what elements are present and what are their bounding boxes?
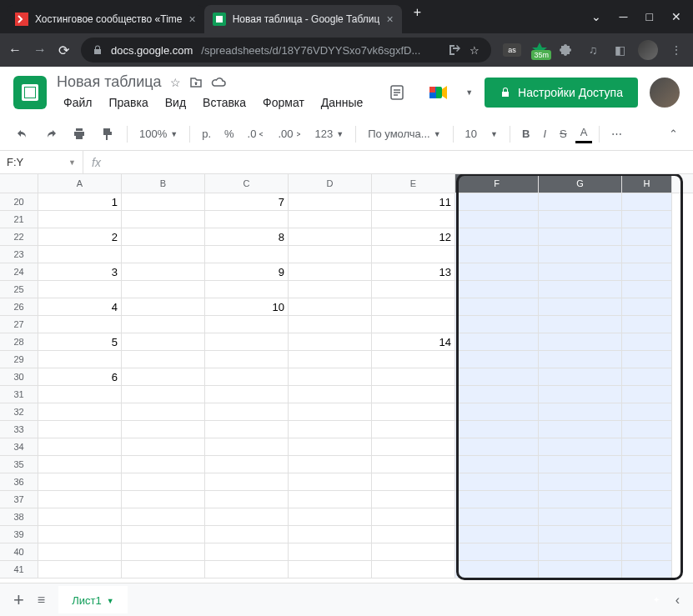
cell[interactable]: [205, 526, 289, 543]
cell[interactable]: [289, 543, 372, 561]
sheet-tab-dropdown-icon[interactable]: ▼: [107, 597, 114, 605]
cell[interactable]: [205, 316, 289, 333]
cell[interactable]: [38, 281, 122, 298]
chevron-down-icon[interactable]: ⌄: [591, 10, 601, 23]
forward-button[interactable]: →: [33, 43, 47, 58]
cell[interactable]: 1: [38, 193, 122, 211]
cell[interactable]: [622, 316, 672, 333]
cell[interactable]: [372, 298, 455, 316]
row-header[interactable]: 20: [0, 193, 38, 211]
cell[interactable]: 7: [205, 193, 289, 211]
cell[interactable]: [122, 403, 205, 421]
maximize-icon[interactable]: □: [646, 10, 653, 23]
cell[interactable]: [289, 508, 372, 526]
row-header[interactable]: 36: [0, 473, 38, 491]
cell[interactable]: [38, 543, 122, 561]
row-header[interactable]: 25: [0, 281, 38, 298]
cell[interactable]: [289, 526, 372, 543]
cell[interactable]: [372, 508, 455, 526]
cell[interactable]: [38, 316, 122, 333]
cell[interactable]: [122, 228, 205, 246]
share-button[interactable]: Настройки Доступа: [485, 78, 638, 108]
cell[interactable]: [372, 561, 455, 578]
cell[interactable]: [372, 316, 455, 333]
spreadsheet-grid[interactable]: ABCDEFGH 2017112122281223243913252641027…: [0, 174, 693, 608]
cell[interactable]: [205, 421, 289, 438]
cell[interactable]: [622, 351, 672, 368]
cell[interactable]: [289, 228, 372, 246]
cell[interactable]: [455, 368, 539, 386]
menu-view[interactable]: Вид: [158, 94, 193, 111]
cell[interactable]: [122, 351, 205, 368]
cell[interactable]: [539, 386, 622, 403]
column-header[interactable]: H: [622, 174, 672, 193]
cell[interactable]: [289, 386, 372, 403]
cell[interactable]: [539, 368, 622, 386]
row-header[interactable]: 35: [0, 456, 38, 473]
cell[interactable]: [539, 351, 622, 368]
cell[interactable]: [455, 246, 539, 263]
meet-icon[interactable]: [424, 78, 454, 108]
column-header[interactable]: G: [539, 174, 622, 193]
cell[interactable]: [622, 543, 672, 561]
cell[interactable]: 3: [38, 263, 122, 281]
cell[interactable]: [539, 333, 622, 351]
cell[interactable]: [289, 263, 372, 281]
cell[interactable]: [289, 351, 372, 368]
cell[interactable]: [622, 561, 672, 578]
add-sheet-button[interactable]: +: [13, 589, 24, 611]
ext-icon[interactable]: 35m: [531, 42, 548, 58]
cell[interactable]: 9: [205, 263, 289, 281]
cell[interactable]: [372, 438, 455, 456]
cell[interactable]: [122, 491, 205, 508]
cell[interactable]: [455, 193, 539, 211]
row-header[interactable]: 29: [0, 351, 38, 368]
cell[interactable]: [372, 281, 455, 298]
cell[interactable]: [289, 333, 372, 351]
cell[interactable]: [455, 421, 539, 438]
cell[interactable]: [622, 403, 672, 421]
menu-data[interactable]: Данные: [314, 94, 370, 111]
row-header[interactable]: 30: [0, 368, 38, 386]
cell[interactable]: [455, 561, 539, 578]
history-icon[interactable]: [382, 78, 412, 108]
cell[interactable]: [122, 421, 205, 438]
cell[interactable]: [539, 281, 622, 298]
row-header[interactable]: 27: [0, 316, 38, 333]
cloud-icon[interactable]: [211, 76, 226, 89]
row-header[interactable]: 28: [0, 333, 38, 351]
cell[interactable]: [372, 491, 455, 508]
cell[interactable]: [38, 508, 122, 526]
minimize-icon[interactable]: ─: [620, 10, 628, 23]
formula-input[interactable]: [109, 151, 693, 173]
profile-avatar[interactable]: [638, 40, 658, 60]
cell[interactable]: [455, 263, 539, 281]
cell[interactable]: [122, 508, 205, 526]
increase-decimal-button[interactable]: .00: [273, 124, 306, 143]
cell[interactable]: [289, 246, 372, 263]
back-button[interactable]: ←: [8, 43, 22, 58]
cell[interactable]: 11: [372, 193, 455, 211]
cell[interactable]: [289, 193, 372, 211]
expand-toolbar-icon[interactable]: ⌃: [664, 124, 683, 143]
new-tab-button[interactable]: +: [402, 5, 433, 33]
cell[interactable]: [289, 456, 372, 473]
menu-format[interactable]: Формат: [256, 94, 311, 111]
cell[interactable]: [622, 456, 672, 473]
cell[interactable]: [205, 333, 289, 351]
cell[interactable]: [539, 473, 622, 491]
name-box-dropdown-icon[interactable]: ▼: [68, 158, 76, 167]
cell[interactable]: [289, 316, 372, 333]
user-avatar[interactable]: [650, 78, 680, 108]
cell[interactable]: [539, 421, 622, 438]
cell[interactable]: [539, 246, 622, 263]
row-header[interactable]: 39: [0, 526, 38, 543]
cell[interactable]: [455, 298, 539, 316]
cell[interactable]: [205, 491, 289, 508]
cell[interactable]: [372, 386, 455, 403]
cell[interactable]: [622, 246, 672, 263]
url-input[interactable]: docs.google.com/spreadsheets/d/18Y76VDYY…: [81, 38, 491, 63]
cell[interactable]: [539, 193, 622, 211]
cell[interactable]: [539, 543, 622, 561]
row-header[interactable]: 41: [0, 561, 38, 578]
